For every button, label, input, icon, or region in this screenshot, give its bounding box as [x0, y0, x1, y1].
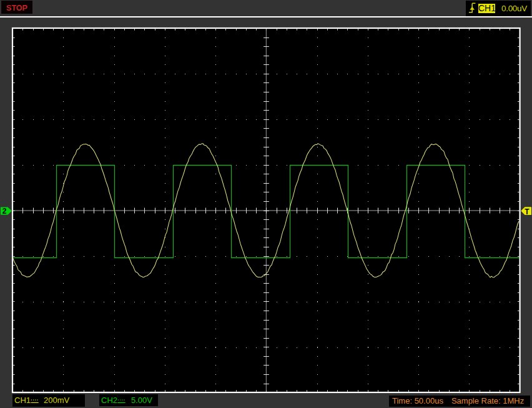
svg-text:T: T	[525, 207, 530, 216]
svg-text:2: 2	[2, 207, 7, 216]
